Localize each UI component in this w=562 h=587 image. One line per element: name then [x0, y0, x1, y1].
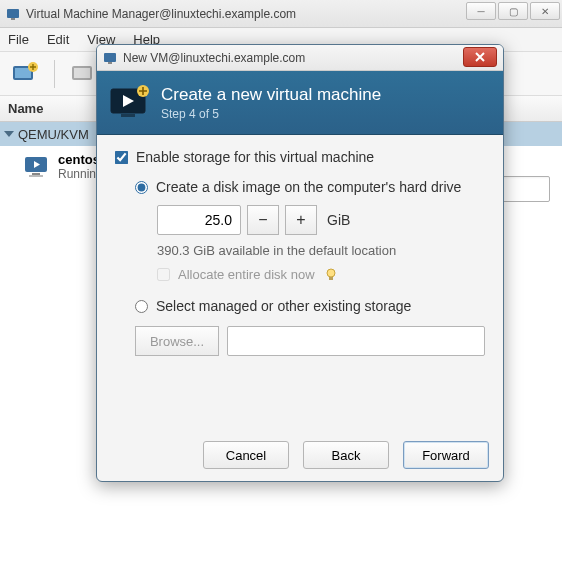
svg-point-17 [327, 269, 335, 277]
dialog-body: Enable storage for this virtual machine … [97, 135, 503, 370]
svg-rect-3 [15, 68, 31, 78]
cancel-button[interactable]: Cancel [203, 441, 289, 469]
dialog-close-button[interactable] [463, 47, 497, 67]
size-unit-label: GiB [327, 212, 350, 228]
dialog-titlebar: New VM@linuxtechi.example.com [97, 45, 503, 71]
open-vm-icon[interactable] [69, 60, 99, 88]
browse-button: Browse... [135, 326, 219, 356]
size-decrement-button[interactable]: − [247, 205, 279, 235]
chevron-down-icon [4, 131, 14, 137]
minimize-button[interactable]: ─ [466, 2, 496, 20]
select-managed-label: Select managed or other existing storage [156, 298, 411, 314]
dialog-hero: Create a new virtual machine Step 4 of 5 [97, 71, 503, 135]
dialog-title: New VM@linuxtechi.example.com [123, 51, 305, 65]
svg-rect-9 [32, 173, 40, 175]
back-button[interactable]: Back [303, 441, 389, 469]
name-column-header: Name [8, 101, 43, 116]
app-icon [6, 7, 20, 21]
enable-storage-label: Enable storage for this virtual machine [136, 149, 374, 165]
hint-bulb-icon[interactable] [323, 266, 339, 282]
new-vm-dialog: New VM@linuxtechi.example.com Create a n… [96, 44, 504, 482]
connection-label: QEMU/KVM [18, 127, 89, 142]
svg-rect-1 [11, 18, 15, 20]
menu-edit[interactable]: Edit [47, 32, 69, 47]
create-disk-label: Create a disk image on the computer's ha… [156, 179, 461, 195]
monitor-icon [24, 156, 50, 178]
window-buttons: ─ ▢ ✕ [466, 2, 560, 20]
app-icon [103, 51, 117, 65]
select-managed-radio[interactable] [135, 300, 148, 313]
dialog-button-bar: Cancel Back Forward [203, 441, 489, 469]
hero-step: Step 4 of 5 [161, 107, 381, 121]
parent-title: Virtual Machine Manager@linuxtechi.examp… [26, 7, 296, 21]
svg-rect-11 [104, 53, 116, 62]
monitor-new-icon [109, 83, 151, 123]
menu-file[interactable]: File [8, 32, 29, 47]
available-space-label: 390.3 GiB available in the default locat… [157, 243, 485, 258]
svg-rect-6 [74, 68, 90, 78]
maximize-button[interactable]: ▢ [498, 2, 528, 20]
forward-button[interactable]: Forward [403, 441, 489, 469]
toolbar-separator [54, 60, 55, 88]
create-disk-radio[interactable] [135, 181, 148, 194]
allocate-now-label: Allocate entire disk now [178, 267, 315, 282]
disk-size-input[interactable] [157, 205, 241, 235]
svg-rect-0 [7, 9, 19, 18]
enable-storage-checkbox[interactable] [115, 150, 129, 164]
hero-title: Create a new virtual machine [161, 85, 381, 105]
allocate-now-checkbox [157, 268, 170, 281]
svg-rect-18 [329, 277, 333, 280]
size-increment-button[interactable]: + [285, 205, 317, 235]
parent-titlebar: Virtual Machine Manager@linuxtechi.examp… [0, 0, 562, 28]
svg-rect-10 [29, 175, 43, 177]
svg-rect-15 [121, 114, 135, 117]
storage-path-input [227, 326, 485, 356]
svg-rect-12 [108, 62, 112, 64]
new-vm-icon[interactable] [10, 60, 40, 88]
close-icon [474, 51, 486, 63]
close-button[interactable]: ✕ [530, 2, 560, 20]
